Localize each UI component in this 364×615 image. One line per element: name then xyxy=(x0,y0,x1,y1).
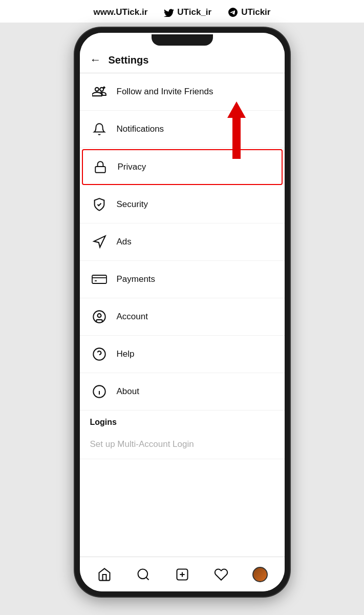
multi-account-label: Set up Multi-Account Login xyxy=(90,439,194,449)
ads-label: Ads xyxy=(117,237,132,247)
website-label: www.UTick.ir xyxy=(94,7,148,17)
payments-label: Payments xyxy=(117,274,156,284)
payments-icon xyxy=(90,270,109,289)
svg-point-13 xyxy=(138,569,147,579)
menu-item-help[interactable]: Help xyxy=(80,336,285,373)
page-title: Settings xyxy=(109,54,149,66)
svg-point-7 xyxy=(97,314,101,317)
bell-icon xyxy=(90,120,109,138)
svg-rect-3 xyxy=(92,275,106,283)
help-icon xyxy=(90,345,109,363)
svg-point-6 xyxy=(93,311,105,322)
help-label: Help xyxy=(117,349,135,359)
settings-header: ← Settings xyxy=(80,47,285,73)
follow-label: Follow and Invite Friends xyxy=(117,87,213,97)
menu-item-payments[interactable]: Payments xyxy=(80,261,285,298)
status-bar xyxy=(80,33,285,47)
menu-item-account[interactable]: Account xyxy=(80,298,285,336)
logins-section-label: Logins xyxy=(80,411,285,430)
avatar xyxy=(252,567,268,582)
notch xyxy=(152,34,213,46)
nav-heart[interactable] xyxy=(209,562,233,587)
lock-icon xyxy=(91,158,110,176)
security-icon xyxy=(90,195,109,214)
phone-screen: ← Settings Follow and Invite Friends xyxy=(80,33,285,591)
svg-point-8 xyxy=(93,348,105,360)
account-label: Account xyxy=(117,312,148,322)
top-bar: www.UTick.ir UTick_ir UTickir xyxy=(0,0,364,23)
telegram-label: UTickir xyxy=(228,7,270,17)
menu-item-notifications[interactable]: Notifications xyxy=(80,111,285,148)
nav-home[interactable] xyxy=(92,562,117,587)
menu-item-ads[interactable]: Ads xyxy=(80,223,285,261)
ads-icon xyxy=(90,233,109,251)
nav-add[interactable] xyxy=(170,562,195,587)
back-button[interactable]: ← xyxy=(90,53,101,67)
notifications-label: Notifications xyxy=(117,124,164,134)
account-icon xyxy=(90,308,109,326)
menu-item-follow[interactable]: Follow and Invite Friends xyxy=(80,73,285,111)
nav-search[interactable] xyxy=(131,562,156,587)
menu-item-about[interactable]: About xyxy=(80,373,285,411)
svg-rect-2 xyxy=(95,167,105,173)
twitter-label: UTick_ir xyxy=(164,7,211,17)
privacy-label: Privacy xyxy=(118,162,146,172)
menu-item-security[interactable]: Security xyxy=(80,186,285,223)
menu-item-privacy[interactable]: Privacy xyxy=(82,149,283,185)
bottom-nav xyxy=(80,557,285,591)
follow-icon xyxy=(90,83,109,101)
nav-profile[interactable] xyxy=(248,562,272,587)
menu-item-multi-account[interactable]: Set up Multi-Account Login xyxy=(80,430,285,459)
red-arrow-annotation xyxy=(227,101,246,159)
phone-frame: ← Settings Follow and Invite Friends xyxy=(75,28,290,597)
svg-line-14 xyxy=(146,577,148,580)
about-label: About xyxy=(117,386,139,397)
security-label: Security xyxy=(117,199,148,210)
info-icon xyxy=(90,382,109,401)
menu-list: Follow and Invite Friends Notifications xyxy=(80,73,285,557)
